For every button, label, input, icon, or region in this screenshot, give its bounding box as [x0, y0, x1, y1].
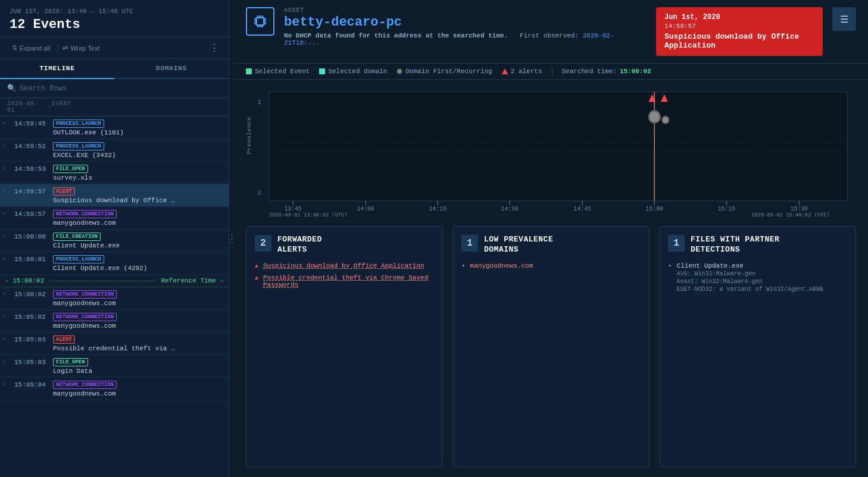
chip-icon [251, 12, 269, 30]
svg-text:Prevalence: Prevalence [246, 117, 252, 154]
table-row[interactable]: › 14:59:53 FILE_OPEN survey.xls [0, 162, 229, 184]
event-tag: FILE_OPEN [53, 358, 88, 366]
event-content: NETWORK_CONNECTION manygoodnews.com [53, 380, 226, 397]
event-tag: NETWORK_CONNECTION [53, 313, 117, 321]
event-tag: FILE_OPEN [53, 165, 88, 173]
table-row[interactable]: › 14:59:52 PROCESS_LAUNCH EXCEL.EXE (343… [0, 139, 229, 162]
event-content: FILE_OPEN Login Data [53, 357, 226, 375]
list-item: ▲ Possible credential theft via Chrome S… [255, 274, 434, 288]
event-content: PROCESS_LAUNCH EXCEL.EXE (3432) [53, 142, 226, 159]
chevron-right-icon: › [2, 164, 14, 172]
more-menu-button[interactable]: ⋮ [210, 42, 219, 54]
selected-domain-label: Selected domain [328, 68, 387, 75]
events-count: 12 Events [10, 17, 219, 32]
asset-info: ASSET betty-decaro-pc No DHCP data found… [284, 7, 647, 46]
panel-number: 2 [255, 235, 271, 252]
left-header: JUN 1ST, 2020: 13:40 – 15:40 UTC 12 Even… [0, 0, 229, 37]
table-row[interactable]: › 15:00:02 NETWORK_CONNECTION manygoodne… [0, 287, 229, 310]
alert-triangle-icon: ▲ [255, 275, 258, 281]
domain-first-label: Domain First/Recurring [405, 68, 492, 75]
table-row[interactable]: › 14:59:57 NETWORK_CONNECTION manygoodne… [0, 207, 229, 230]
toolbar: ⇅ Expand all ⇌ Wrap Text ⋮ [0, 37, 229, 59]
svg-text:15:15: 15:15 [718, 205, 735, 212]
right-header: ASSET betty-decaro-pc No DHCP data found… [234, 0, 868, 64]
event-content: PROCESS_LAUNCH OUTLOOK.exe (1101) [53, 119, 226, 136]
searched-time-label: Searched time: [562, 68, 617, 75]
list-item: • Client Update.exe AVG: Win32:Malware-g… [668, 262, 847, 293]
event-name: Login Data [53, 368, 226, 375]
tab-timeline[interactable]: TIMELINE [0, 59, 114, 79]
table-row[interactable]: › 15:05:04 NETWORK_CONNECTION manygoodne… [0, 378, 229, 400]
svg-point-41 [662, 116, 669, 124]
search-icon: 🔍 [7, 84, 16, 93]
table-row[interactable]: › 15:05:03 FILE_OPEN Login Data [0, 355, 229, 378]
panel-resize-handle[interactable] [229, 0, 234, 477]
table-row[interactable]: › 15:00:01 PROCESS_LAUNCH Client Update.… [0, 252, 229, 275]
event-content: NETWORK_CONNECTION manygoodnews.com [53, 290, 226, 307]
tabs: TIMELINE DOMAINS [0, 59, 229, 79]
event-content: ALERT Possible credential theft via … [53, 335, 226, 352]
panel-header: 1 FILES WITH PARTNERDETECTIONS [668, 235, 847, 255]
event-name: manygoodnews.com [53, 300, 226, 307]
selected-event-icon [246, 68, 252, 74]
selected-domain-icon [319, 68, 325, 74]
asset-icon [246, 7, 274, 36]
alerts-icon [502, 68, 508, 74]
event-time: 15:05:03 [14, 357, 53, 366]
table-row[interactable]: › 15:00:00 FILE_CREATION Client Update.e… [0, 230, 229, 252]
tooltip-text: Suspicious download by Office Applicatio… [664, 32, 814, 50]
tab-domains[interactable]: DOMAINS [114, 59, 229, 79]
legend-selected-event: Selected Event [246, 68, 310, 75]
event-time: 14:59:53 [14, 164, 53, 172]
chevron-right-icon: › [2, 380, 14, 388]
table-row[interactable]: › 15:05:03 ALERT Possible credential the… [0, 332, 229, 355]
detection-sub-text: ESET-NOD32: a variant of Win32/Agent.ABN… [677, 286, 823, 293]
panel-title: FORWARDEDALERTS [277, 235, 322, 255]
svg-text:2020-06-01 13:40:02 (UTC): 2020-06-01 13:40:02 (UTC) [269, 212, 348, 216]
drag-dot [231, 234, 233, 236]
event-name: Possible credential theft via … [53, 345, 226, 352]
ref-time: – 15:00:02 [5, 277, 44, 284]
event-tag: PROCESS_LAUNCH [53, 255, 104, 263]
svg-text:1: 1 [258, 99, 262, 106]
legend-domain-first: Domain First/Recurring [396, 68, 492, 75]
filter-icon: ☰ [840, 14, 848, 25]
wrap-text-button[interactable]: ⇌ Wrap Text [63, 44, 99, 52]
list-item: ▲ Suspicious download by Office Applicat… [255, 262, 434, 269]
expand-all-button[interactable]: ⇅ Expand all [10, 43, 52, 53]
filter-button[interactable]: ☰ [832, 7, 856, 31]
table-row[interactable]: › 15:05:02 NETWORK_CONNECTION manygoodne… [0, 310, 229, 332]
search-input[interactable] [20, 84, 221, 93]
tooltip-time: 14:59:57 [664, 23, 814, 30]
asset-name[interactable]: betty-decaro-pc [284, 15, 647, 30]
legend-bar: Selected Event Selected domain Domain Fi… [234, 64, 868, 80]
file-item-text: Client Update.exe [677, 262, 823, 269]
event-time: 15:05:04 [14, 380, 53, 388]
date-range: JUN 1ST, 2020: 13:40 – 15:40 UTC [10, 8, 219, 15]
asset-label: ASSET [284, 7, 647, 14]
detection-sub-text: Avast: Win32:Malware-gen [677, 278, 823, 285]
chevron-right-icon: › [2, 232, 14, 240]
svg-text:15:00: 15:00 [646, 205, 663, 212]
table-row[interactable]: › 14:59:57 ALERT Suspicious download by … [0, 184, 229, 207]
selected-event-label: Selected Event [255, 68, 310, 75]
event-content: ALERT Suspicious download by Office … [53, 187, 226, 204]
svg-rect-17 [269, 92, 847, 200]
table-row[interactable]: › 14:59:45 PROCESS_LAUNCH OUTLOOK.exe (1… [0, 117, 229, 139]
drag-dot [231, 241, 233, 243]
ref-label: Reference Time – [161, 277, 224, 284]
event-name: Client Update.exe [53, 242, 226, 249]
event-tag: FILE_CREATION [53, 233, 101, 241]
alert-item-text: Suspicious download by Office Applicatio… [263, 262, 424, 269]
reference-time-row: – 15:00:02 Reference Time – [0, 275, 229, 287]
drag-dot [231, 238, 233, 240]
event-name: survey.xls [53, 174, 226, 181]
event-time: 15:05:02 [14, 312, 53, 321]
event-name: manygoodnews.com [53, 219, 226, 227]
alerts-label: 2 alerts [511, 68, 542, 75]
search-box: 🔍 [0, 79, 229, 98]
panel-title: FILES WITH PARTNERDETECTIONS [691, 235, 779, 255]
event-name: manygoodnews.com [53, 390, 226, 397]
searched-time-value: 15:00:02 [620, 68, 651, 75]
bullet-icon: • [668, 262, 672, 269]
